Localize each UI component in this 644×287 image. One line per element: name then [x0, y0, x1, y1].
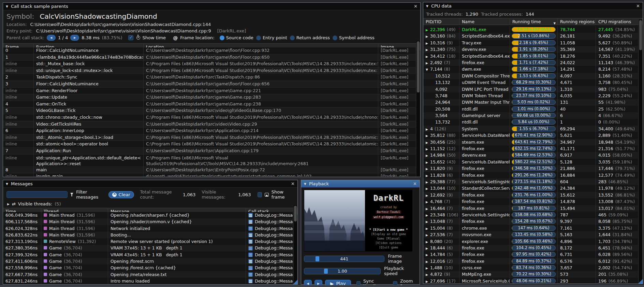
cpu-process-row[interactable]: ▶14,984(50) devenv.exe 584.69 ms (2.53%)… — [423, 152, 639, 158]
message-row[interactable]: 627,380,356ns Game(36,704) VRAM 37x45: 1… — [3, 245, 293, 251]
callstack-cell[interactable]: DebugLog::Message ← StartNetwo — [246, 225, 293, 232]
messages-scrollbar[interactable] — [294, 205, 297, 284]
message-row[interactable]: 606,117,568ns Main thread(31,596) Openin… — [3, 218, 293, 225]
cpu-process-row[interactable]: ▶1,488(10) csrss.exe 83.74 ms (0.36%) 3,… — [423, 264, 639, 271]
cpu-process-row[interactable]: 13,132 uDWM Event Thread 68.29 ms (0.30%… — [423, 79, 639, 86]
callstack-table-row[interactable]: inline std::chrono::steady_clock::now C:… — [3, 114, 416, 121]
cpu-process-row[interactable]: ▶2,492(7) firefox.exe 1.71 s (7.42%) 24,… — [423, 59, 639, 66]
expand-arrow-icon[interactable]: ▶ — [426, 186, 430, 191]
expand-arrow-icon[interactable]: ▶ — [426, 146, 430, 152]
callstack-cell[interactable]: DebugLog::Message ← VFS::Open — [246, 258, 293, 264]
cpu-process-row[interactable]: 4,092 DWM LPC Port Thread 29.16 ms (0.13… — [423, 86, 639, 92]
cpu-process-row[interactable]: 24,964 DWM Master Input Threa 5.03 ms (0… — [423, 99, 639, 105]
collapse-icon[interactable]: ▼ — [426, 4, 428, 8]
callstack-cell[interactable]: DebugLog::Message ← VFS::Open — [246, 212, 293, 218]
expand-arrow-icon[interactable]: ▶ — [426, 27, 430, 33]
expand-arrow-icon[interactable]: ▼ — [426, 67, 430, 72]
column-header-name[interactable]: Name — [459, 18, 510, 25]
cpu-process-row[interactable]: ▶22,396(49) DarkRL.exe 14.33 s (62.06%) … — [423, 26, 639, 33]
filter-input[interactable] — [6, 191, 68, 198]
message-row[interactable]: 627,831,246ns Game(36,704) Intro menu lo… — [3, 278, 293, 284]
cpu-process-row[interactable]: ▶13,044(10) StandardCollector.Servic 242… — [423, 185, 639, 191]
column-header-cpu-migrations[interactable]: CPU migrations — [596, 18, 643, 25]
callstack-table-row[interactable]: inline invoke_main d:\agent\_work\63\s\s… — [3, 173, 416, 176]
close-icon[interactable]: ✕ — [413, 181, 417, 186]
cpu-process-row[interactable]: ▶4,872(9) MsMpEng.exe 70.22 ms (0.30%) 5… — [423, 271, 639, 277]
slider-handle[interactable] — [316, 256, 319, 261]
close-icon[interactable]: ✕ — [291, 181, 295, 186]
cpu-process-row[interactable]: ▶16,464(7) firefox.exe 187 ms (0.81%) 15… — [423, 205, 639, 212]
cpu-process-row[interactable]: ▶31,340(75) devenv.exe 1.91 s (8.26%) 35… — [423, 46, 639, 53]
cpu-process-row[interactable]: ▶13,048(7) firefox.exe 154.28 ms (0.67%)… — [423, 218, 639, 225]
expand-arrow-icon[interactable]: ▶ — [426, 219, 430, 225]
expand-icon[interactable]: ▶ — [7, 202, 10, 206]
cpu-process-row[interactable]: ▶14,784(5) firefox.exe 97.95 ms (0.42%) … — [423, 251, 639, 258]
expand-arrow-icon[interactable]: ▶ — [426, 192, 430, 198]
callstack-cell[interactable]: DebugLog::Message ← RemoteVie — [246, 238, 293, 245]
show-time-checkbox[interactable] — [128, 35, 133, 40]
cpu-scrollbar[interactable] — [639, 19, 642, 283]
callstack-table-row[interactable]: inline Video::GetTicksHiRes C:\Users\wol… — [3, 121, 416, 128]
message-row[interactable]: 627,558,996ns Game(36,704) Opening /fore… — [3, 264, 293, 271]
expand-arrow-icon[interactable]: ▶ — [426, 278, 430, 283]
visible-threads-row[interactable]: ▶ ⇄ Visible threads: (5) — [3, 201, 297, 208]
expand-arrow-icon[interactable]: ▶ — [426, 173, 430, 178]
playback-speed-slider[interactable]: 1.00 — [304, 268, 381, 274]
callstack-scrollbar[interactable] — [416, 41, 420, 176]
expand-arrow-icon[interactable]: ▶ — [426, 239, 430, 245]
cpu-process-row[interactable]: ▶12,692(9) firefox.exe 231.76 ms (1.00%)… — [423, 192, 639, 198]
cpu-process-row[interactable]: ▶15,652(43) ServiceHub.DataWarehou 580.2… — [423, 159, 639, 165]
cpu-process-row[interactable]: ▶29,388(77) ServiceHub.SettingsHost 273.… — [423, 178, 639, 185]
expand-arrow-icon[interactable]: ▶ — [426, 199, 430, 205]
callstack-table-row[interactable]: inline std::unique_lock<std::mutex>::loc… — [3, 68, 416, 74]
expand-arrow-icon[interactable]: ▶ — [426, 133, 430, 139]
expand-arrow-icon[interactable]: ▶ — [426, 153, 430, 158]
callstack-table-row[interactable]: 4 Game::OnTick C:\Users\wolf\Desktop\dar… — [3, 101, 416, 108]
expand-arrow-icon[interactable]: ▶ — [426, 159, 430, 165]
cpu-process-row[interactable]: ▶23,348(106) ServiceHub.SettingsHost 158… — [423, 212, 639, 218]
close-icon[interactable]: ✕ — [636, 3, 640, 9]
cpu-process-row[interactable]: ▶11,828(6) firefox.exe 291.26 ms (1.26%)… — [423, 172, 639, 178]
expand-arrow-icon[interactable]: ▶ — [426, 179, 430, 185]
frame-location-radio[interactable]: Entry point — [256, 35, 287, 40]
cpu-process-row[interactable]: ▶35,812(88) ServiceHub.DataWarehou 670.4… — [423, 132, 639, 139]
message-row[interactable]: 606,049,398ns Main thread(31,596) Openin… — [3, 212, 293, 218]
callstack-cell[interactable]: DebugLog::Message ← VFS::Open — [246, 218, 293, 225]
cpu-process-row[interactable]: 20,508 ntdll.dll 1.01 ms (0.00%) 40 25(6… — [423, 106, 639, 112]
message-row[interactable]: 627,313,190ns RemoteView(31,392) Remote … — [3, 238, 293, 245]
frame-location-radio[interactable]: Symbol address — [333, 35, 375, 40]
cpu-process-row[interactable]: ▶4(126) System 1.55 s (6.70%) 69,294 34,… — [423, 126, 639, 132]
callstack-cell[interactable]: DebugLog::Message ← IntroMenu:: — [246, 278, 293, 284]
cpu-process-row[interactable]: 13,732 ntdll.dll 5.84 us (0.00%) 1 0(0.0… — [423, 119, 639, 125]
message-row[interactable]: 627,667,736ns Game(36,704) Opening /meta… — [3, 271, 293, 278]
cpu-process-row[interactable]: ▶11,152(12) firefox.exe 632.15 ms (2.74%… — [423, 145, 639, 152]
callstack-table-row[interactable]: 3 Floor::CalcLightNoLuminance C:\Users\w… — [3, 81, 416, 88]
callstack-table-row[interactable]: 8 main C:\Users\wolf\Desktop\darkrl\src\… — [3, 167, 416, 174]
expand-arrow-icon[interactable]: ▶ — [426, 33, 430, 39]
callstack-table-row[interactable]: inline Game::RenderFloor C:\Users\wolf\D… — [3, 88, 416, 95]
cpu-process-row[interactable]: ▶15,004(8) chrome.exe 147 ms (0.64%) 7,1… — [423, 225, 639, 231]
message-row[interactable]: 626,833,622ns Main thread(31,596) Bootin… — [3, 232, 293, 238]
callstack-table-row[interactable]: inline std::_Atomic_storage<bool,1>::loa… — [3, 134, 416, 141]
frame-location-radio[interactable]: Return address — [290, 35, 330, 40]
callstack-table-row[interactable]: 5 VideoGLBase::Tick C:\Users\wolf\Deskto… — [3, 107, 416, 114]
expand-arrow-icon[interactable]: ▶ — [426, 140, 430, 145]
frame-location-radio[interactable]: Source code — [220, 35, 253, 40]
cpu-process-row[interactable]: ▶4,768(7) firefox.exe 187.54 ms (0.81%) … — [423, 198, 639, 205]
expand-arrow-icon[interactable]: ▶ — [426, 60, 430, 66]
callstack-cell[interactable]: DebugLog::Message ← VFS::Open — [246, 264, 293, 271]
resize-grip[interactable] — [638, 279, 643, 284]
show-frame-checkbox[interactable] — [258, 192, 262, 197]
callstack-cell[interactable]: DebugLog::Message ← VideoMemo — [246, 245, 293, 251]
frame-image-slider[interactable]: 441 — [304, 256, 384, 262]
collapse-icon[interactable]: ▼ — [6, 182, 8, 186]
callstack-table-row[interactable]: 1 <lambda_84a19dc444fae966ca174e83e708bd… — [3, 54, 416, 61]
cpu-process-row[interactable]: 10,512 DWM Compositor Thread 1.53 s (6.6… — [423, 73, 639, 79]
callstack-cell[interactable]: DebugLog::Message ← VideoMemo — [246, 252, 293, 258]
expand-arrow-icon[interactable]: ▶ — [426, 226, 430, 231]
callstack-table-row[interactable]: inline Game::Update C:\Users\wolf\Deskto… — [3, 94, 416, 101]
expand-arrow-icon[interactable]: ▶ — [426, 54, 430, 59]
cpu-process-row[interactable]: ▶27,696(17) Microsoft.ServiceHub.Co 48.0… — [423, 278, 639, 283]
expand-arrow-icon[interactable]: ▶ — [426, 126, 430, 132]
callstack-table-row[interactable]: inline std::atomic<bool>::operator bool … — [3, 141, 416, 148]
